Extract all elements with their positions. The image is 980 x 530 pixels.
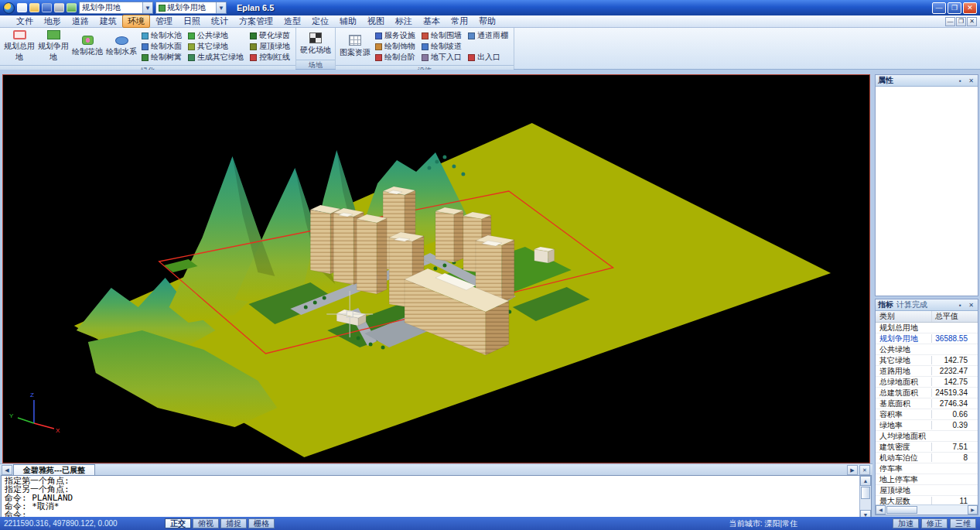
menu-item[interactable]: 辅助 bbox=[334, 15, 362, 28]
menu-item[interactable]: 视图 bbox=[362, 15, 390, 28]
ribbon-tool[interactable]: 生成其它绿地 bbox=[188, 52, 244, 63]
mdi-restore-button[interactable]: ❐ bbox=[956, 17, 966, 26]
ribbon-tool[interactable]: 绘制饰物 bbox=[375, 41, 415, 52]
tool-pattern-resource[interactable]: 图案资源 bbox=[338, 29, 372, 64]
chevron-down-icon[interactable]: ▼ bbox=[216, 2, 226, 13]
table-row[interactable]: 其它绿地 142.75 bbox=[876, 355, 978, 366]
scroll-up-icon[interactable]: ▲ bbox=[860, 476, 871, 486]
undo-icon[interactable] bbox=[67, 3, 77, 12]
menu-item[interactable]: 常用 bbox=[446, 15, 473, 28]
tab-close-icon[interactable]: ✕ bbox=[859, 465, 870, 475]
pin-icon[interactable]: ▪ bbox=[956, 301, 965, 309]
minimize-button[interactable]: — bbox=[932, 2, 946, 14]
new-file-icon[interactable] bbox=[17, 3, 27, 12]
ribbon-tool[interactable]: 绘制水面 bbox=[142, 41, 182, 52]
table-row[interactable]: 总绿地面积 142.75 bbox=[876, 377, 978, 388]
mdi-minimize-button[interactable]: — bbox=[945, 17, 955, 26]
ribbon-tool[interactable]: 通道雨棚 bbox=[468, 30, 508, 41]
table-row[interactable]: 基底面积 2746.34 bbox=[876, 398, 978, 409]
table-row[interactable]: 地上停车率 bbox=[876, 474, 978, 485]
ribbon-tool[interactable]: 公共绿地 bbox=[188, 30, 244, 41]
ribbon-tool[interactable]: 其它绿地 bbox=[188, 41, 244, 52]
menu-item[interactable]: 标注 bbox=[390, 15, 418, 28]
properties-panel-body[interactable] bbox=[876, 87, 978, 296]
document-tab[interactable]: 金碧雅苑---已展整 bbox=[13, 464, 95, 475]
ribbon-tool[interactable]: 屋顶绿地 bbox=[250, 41, 290, 52]
table-row[interactable]: 容积率 0.66 bbox=[876, 409, 978, 420]
tab-scroll-right-icon[interactable]: ▶ bbox=[847, 465, 858, 475]
status-mode-button[interactable]: 修正 bbox=[921, 518, 948, 528]
menu-item[interactable]: 日照 bbox=[178, 15, 206, 28]
menu-item[interactable]: 道路 bbox=[67, 15, 94, 28]
table-row[interactable]: 停车率 bbox=[876, 463, 978, 474]
close-icon[interactable]: ✕ bbox=[967, 301, 975, 309]
ribbon-tool[interactable]: 绘制台阶 bbox=[375, 52, 415, 63]
table-row[interactable]: 总建筑面积 24519.34 bbox=[876, 388, 978, 398]
scroll-right-icon[interactable]: ▶ bbox=[968, 505, 978, 515]
table-row[interactable]: 建筑密度 7.51 bbox=[876, 442, 978, 453]
table-row[interactable]: 规划总用地 bbox=[876, 323, 978, 333]
indicators-hscrollbar[interactable]: ◀ ▶ bbox=[876, 504, 978, 515]
cursor-coordinates[interactable]: 2211590.316, 497890.122, 0.000 bbox=[4, 519, 162, 528]
menu-item[interactable]: 统计 bbox=[206, 15, 234, 28]
scroll-left-icon[interactable]: ◀ bbox=[876, 505, 886, 515]
tool-hard-site[interactable]: 硬化场地 bbox=[299, 29, 333, 59]
table-row[interactable]: 最大层数 11 bbox=[876, 496, 978, 504]
command-scrollbar[interactable]: ▲ ▼ bbox=[859, 476, 871, 517]
status-toggle-button[interactable]: 捕捉 bbox=[220, 518, 247, 528]
table-row[interactable]: 机动车泊位 8 bbox=[876, 453, 978, 463]
mdi-close-button[interactable]: ✕ bbox=[967, 17, 977, 26]
land-type-combo-right[interactable]: 规划争用地 ▼ bbox=[155, 2, 227, 14]
open-file-icon[interactable] bbox=[29, 3, 39, 12]
viewport-3d[interactable]: Z X Y bbox=[2, 74, 870, 463]
menu-item[interactable]: 基本 bbox=[418, 15, 446, 28]
table-row[interactable]: 屋顶绿地 bbox=[876, 485, 978, 496]
menu-item[interactable]: 造型 bbox=[278, 15, 306, 28]
scroll-down-icon[interactable]: ▼ bbox=[860, 510, 871, 517]
ribbon-tool[interactable]: 服务设施 bbox=[375, 30, 415, 41]
ribbon-tool[interactable]: 绘制围墙 bbox=[422, 30, 462, 41]
close-button[interactable]: ✕ bbox=[963, 2, 977, 14]
tool-draw-flowerbed[interactable]: 绘制花池 bbox=[70, 29, 104, 64]
column-header-total[interactable]: 总平值 bbox=[931, 311, 970, 322]
chevron-down-icon[interactable]: ▼ bbox=[142, 2, 152, 13]
status-toggle-button[interactable]: 栅格 bbox=[248, 518, 275, 528]
status-toggle-button[interactable]: 俯视 bbox=[193, 518, 219, 528]
ribbon-tool[interactable]: 绘制水池 bbox=[142, 30, 182, 41]
table-row[interactable]: 规划争用地 36588.55 bbox=[876, 333, 978, 344]
menu-item[interactable]: 环境 bbox=[122, 15, 150, 28]
status-mode-button[interactable]: 三维 bbox=[950, 518, 976, 528]
land-type-combo-left[interactable]: 规划争用地 ▼ bbox=[79, 2, 153, 14]
ribbon-tool[interactable]: 绘制坡道 bbox=[422, 41, 462, 52]
ribbon-tool[interactable]: 地下入口 bbox=[422, 52, 462, 63]
ribbon-tool[interactable]: 硬化绿茵 bbox=[250, 30, 290, 41]
table-row[interactable]: 公共绿地 bbox=[876, 344, 978, 355]
menu-item[interactable]: 定位 bbox=[306, 15, 334, 28]
ribbon-tool[interactable]: 出入口 bbox=[468, 52, 508, 63]
app-logo-icon[interactable] bbox=[3, 2, 15, 14]
save-file-icon[interactable] bbox=[42, 3, 52, 12]
scrollbar-thumb[interactable] bbox=[886, 506, 917, 514]
print-icon[interactable] bbox=[54, 3, 64, 12]
status-toggle-button[interactable]: 正交 bbox=[165, 518, 191, 528]
tab-scroll-left-icon[interactable]: ◀ bbox=[2, 465, 12, 475]
column-header-category[interactable]: 类别 bbox=[876, 311, 931, 322]
menu-item[interactable]: 文件 bbox=[11, 15, 39, 28]
tool-plan-net-land[interactable]: 规划争用地 bbox=[36, 29, 70, 64]
table-row[interactable]: 道路用地 2232.47 bbox=[876, 366, 978, 377]
close-icon[interactable]: ✕ bbox=[967, 77, 975, 85]
table-row[interactable]: 绿地率 0.39 bbox=[876, 420, 978, 431]
scrollbar-thumb[interactable] bbox=[861, 487, 870, 499]
pin-icon[interactable]: ▪ bbox=[956, 77, 965, 85]
command-line-input[interactable]: 指定第一个角点: 指定另一个角点: 命令: PLANLAND 命令: *取消* … bbox=[2, 476, 859, 517]
tool-plan-total-land[interactable]: 规划总用地 bbox=[2, 29, 36, 64]
tool-draw-water-system[interactable]: 绘制水系 bbox=[104, 29, 138, 64]
menu-item[interactable]: 地形 bbox=[39, 15, 67, 28]
menu-item[interactable]: 帮助 bbox=[473, 15, 501, 28]
menu-item[interactable]: 建筑 bbox=[94, 15, 122, 28]
menu-item[interactable]: 方案管理 bbox=[234, 15, 278, 28]
status-mode-button[interactable]: 加速 bbox=[893, 518, 919, 528]
menu-item[interactable]: 管理 bbox=[150, 15, 178, 28]
maximize-button[interactable]: ❐ bbox=[948, 2, 961, 14]
viewport-3d-scene[interactable]: Z X Y bbox=[3, 75, 869, 463]
